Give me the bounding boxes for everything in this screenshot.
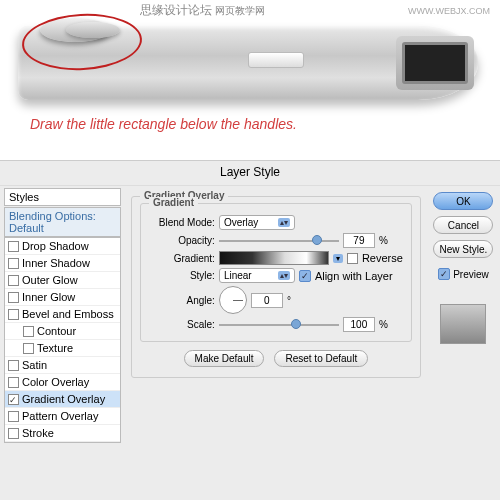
style-checkbox[interactable]	[8, 309, 19, 320]
layer-style-dialog: Layer Style Styles Blending Options: Def…	[0, 160, 500, 500]
opacity-label: Opacity:	[149, 235, 215, 246]
blend-mode-label: Blend Mode:	[149, 217, 215, 228]
style-list: Drop ShadowInner ShadowOuter GlowInner G…	[4, 237, 121, 443]
style-select[interactable]: Linear▴▾	[219, 268, 295, 283]
style-item-outer-glow[interactable]: Outer Glow	[5, 272, 120, 289]
gradient-label: Gradient:	[149, 253, 215, 264]
style-checkbox[interactable]	[8, 377, 19, 388]
camera-viewfinder	[396, 36, 474, 90]
ok-button[interactable]: OK	[433, 192, 493, 210]
scale-label: Scale:	[149, 319, 215, 330]
style-checkbox[interactable]	[8, 360, 19, 371]
site-cn: 思缘设计论坛	[140, 3, 212, 17]
blending-options[interactable]: Blending Options: Default	[4, 207, 121, 237]
style-item-label: Drop Shadow	[22, 240, 89, 252]
styles-header[interactable]: Styles	[4, 188, 121, 206]
style-item-color-overlay[interactable]: Color Overlay	[5, 374, 120, 391]
cancel-button[interactable]: Cancel	[433, 216, 493, 234]
style-item-label: Contour	[37, 325, 76, 337]
style-item-label: Pattern Overlay	[22, 410, 98, 422]
style-item-gradient-overlay[interactable]: Gradient Overlay	[5, 391, 120, 408]
deg-label: °	[287, 295, 291, 306]
style-item-label: Stroke	[22, 427, 54, 439]
style-checkbox[interactable]	[8, 428, 19, 439]
preview-checkbox[interactable]: ✓	[438, 268, 450, 280]
inner-label: Gradient	[149, 197, 198, 208]
style-item-inner-glow[interactable]: Inner Glow	[5, 289, 120, 306]
make-default-button[interactable]: Make Default	[184, 350, 265, 367]
pct-label2: %	[379, 319, 388, 330]
style-item-label: Color Overlay	[22, 376, 89, 388]
align-label: Align with Layer	[315, 270, 393, 282]
angle-dial[interactable]	[219, 286, 247, 314]
style-item-texture[interactable]: Texture	[5, 340, 120, 357]
preview-swatch	[440, 304, 486, 344]
site-url: WWW.WEBJX.COM	[408, 6, 490, 16]
new-style-button[interactable]: New Style.	[433, 240, 493, 258]
preview-label: Preview	[453, 269, 489, 280]
angle-value[interactable]: 0	[251, 293, 283, 308]
opacity-value[interactable]: 79	[343, 233, 375, 248]
style-label: Style:	[149, 270, 215, 281]
style-item-label: Bevel and Emboss	[22, 308, 114, 320]
gradient-overlay-group: Gradient Overlay Gradient Blend Mode: Ov…	[131, 196, 421, 378]
style-item-label: Outer Glow	[22, 274, 78, 286]
settings-column: Gradient Overlay Gradient Blend Mode: Ov…	[125, 186, 427, 496]
reverse-checkbox[interactable]	[347, 253, 358, 264]
right-column: OK Cancel New Style. ✓ Preview	[427, 186, 500, 496]
scale-slider[interactable]	[219, 319, 339, 331]
style-item-bevel-and-emboss[interactable]: Bevel and Emboss	[5, 306, 120, 323]
style-item-label: Inner Shadow	[22, 257, 90, 269]
style-checkbox[interactable]	[8, 241, 19, 252]
style-item-label: Gradient Overlay	[22, 393, 105, 405]
style-checkbox[interactable]	[8, 411, 19, 422]
styles-column: Styles Blending Options: Default Drop Sh…	[0, 186, 125, 496]
dialog-title: Layer Style	[0, 161, 500, 186]
angle-label: Angle:	[149, 295, 215, 306]
style-checkbox[interactable]	[23, 343, 34, 354]
style-item-label: Texture	[37, 342, 73, 354]
blend-mode-select[interactable]: Overlay▴▾	[219, 215, 295, 230]
style-item-inner-shadow[interactable]: Inner Shadow	[5, 255, 120, 272]
style-checkbox[interactable]	[8, 258, 19, 269]
gradient-swatch[interactable]	[219, 251, 329, 265]
style-checkbox[interactable]	[8, 292, 19, 303]
reverse-label: Reverse	[362, 252, 403, 264]
reset-default-button[interactable]: Reset to Default	[274, 350, 368, 367]
style-item-contour[interactable]: Contour	[5, 323, 120, 340]
style-item-drop-shadow[interactable]: Drop Shadow	[5, 238, 120, 255]
style-checkbox[interactable]	[23, 326, 34, 337]
style-item-pattern-overlay[interactable]: Pattern Overlay	[5, 408, 120, 425]
site-suffix: 网页教学网	[215, 5, 265, 16]
align-checkbox[interactable]: ✓	[299, 270, 311, 282]
scale-value[interactable]: 100	[343, 317, 375, 332]
opacity-slider[interactable]	[219, 235, 339, 247]
style-item-label: Inner Glow	[22, 291, 75, 303]
style-item-stroke[interactable]: Stroke	[5, 425, 120, 442]
gradient-inner-group: Gradient Blend Mode: Overlay▴▾ Opacity: …	[140, 203, 412, 342]
gradient-dropdown-icon[interactable]: ▾	[333, 254, 343, 263]
caption-text: Draw the little rectangle below the hand…	[30, 116, 297, 132]
style-checkbox[interactable]	[8, 275, 19, 286]
chevron-updown-icon: ▴▾	[278, 218, 290, 227]
pct-label: %	[379, 235, 388, 246]
chevron-updown-icon: ▴▾	[278, 271, 290, 280]
camera-flash	[248, 52, 304, 68]
style-checkbox[interactable]	[8, 394, 19, 405]
style-item-label: Satin	[22, 359, 47, 371]
style-item-satin[interactable]: Satin	[5, 357, 120, 374]
